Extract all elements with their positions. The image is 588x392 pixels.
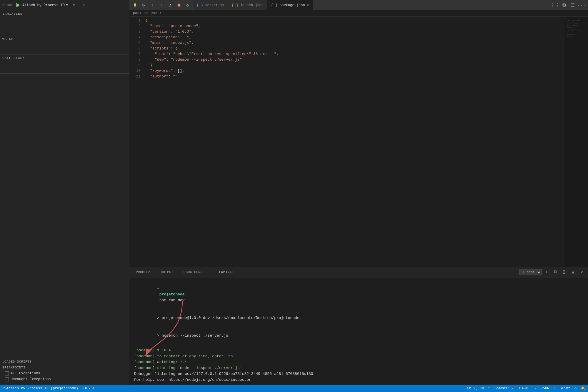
variables-header[interactable]: VARIABLES <box>0 10 129 17</box>
status-line-ending[interactable]: LF <box>532 386 537 391</box>
status-spaces[interactable]: Spaces: 2 <box>494 386 514 391</box>
settings-button[interactable]: ⚙ <box>70 1 78 9</box>
breadcrumb-separator: › <box>159 11 161 15</box>
branch-label: Attach by Process ID (projetonode) <box>6 386 78 391</box>
errors-count: 0 <box>92 386 94 391</box>
trash-button[interactable]: 🗑 <box>560 268 568 276</box>
uncaught-exceptions-item[interactable]: Uncaught Exceptions <box>2 376 127 382</box>
layout-icon[interactable]: ☰ <box>569 1 577 9</box>
terminal-nodemon-4: [nodemon] starting `node --inspect ./ser… <box>134 365 583 371</box>
terminal-line-1: → projetonode npm run dev <box>134 280 583 309</box>
pause-icon[interactable]: ⏸ <box>131 1 139 9</box>
line-numbers: 1 2 3 4 5 6 7 8 9 10 11 <box>129 16 144 267</box>
call-stack-header[interactable]: CALL STACK <box>0 54 129 62</box>
tab-debug-console[interactable]: DEBUG CONSOLE <box>177 267 213 277</box>
breadcrumb-path: … <box>163 11 165 15</box>
code-content[interactable]: { "name": "projetonode", "version": "1.0… <box>144 16 588 267</box>
watch-header[interactable]: WATCH <box>0 35 129 42</box>
all-exceptions-checkbox[interactable] <box>5 371 9 376</box>
terminal-content: → projetonode npm run dev > projetonode@… <box>129 277 588 385</box>
sidebar: VARIABLES WATCH CALL STACK LOADED SCRIPT… <box>0 10 129 385</box>
step-into-icon[interactable]: ↓ <box>148 1 156 9</box>
code-editor: 1 2 3 4 5 6 7 8 9 10 11 { "name": "proje… <box>129 16 588 267</box>
loaded-scripts-item[interactable]: LOADED SCRIPTS <box>2 359 127 365</box>
split-terminal-button[interactable]: ⧉ <box>552 268 559 276</box>
tab-problems[interactable]: PROBLEMS <box>132 267 157 277</box>
terminal-blank-2 <box>134 383 583 385</box>
split-editor-icon[interactable]: ⧉ <box>560 1 568 9</box>
status-right: Ln 9, Col 5 Spaces: 2 UTF-8 LF JSON ⚠ ES… <box>467 386 585 391</box>
tab-terminal[interactable]: TERMINAL <box>213 267 238 277</box>
error-icon: ✕ <box>88 386 90 391</box>
close-panel-button[interactable]: ✕ <box>578 268 586 276</box>
warning-icon: ⚠ <box>82 386 84 391</box>
play-button[interactable] <box>15 3 21 8</box>
status-encoding[interactable]: UTF-8 <box>518 386 528 391</box>
variables-section: VARIABLES <box>0 10 129 35</box>
terminal-nodemon-2: [nodemon] to restart at any time, enter … <box>134 353 583 359</box>
code-line: }, <box>144 62 588 68</box>
tab-launch-json[interactable]: { } launch.json <box>228 0 267 10</box>
status-branch[interactable]: ⑂ Attach by Process ID (projetonode) <box>3 386 78 391</box>
more-actions-icon[interactable]: ··· <box>577 1 586 9</box>
terminal-selector[interactable]: 1: node <box>519 269 542 275</box>
breakpoints-item[interactable]: BREAKPOINTS <box>2 365 127 371</box>
connect-icon[interactable]: ◇ <box>184 1 192 9</box>
bell-icon: 🔔 <box>581 386 585 391</box>
status-eslint[interactable]: ⚠ ESLint <box>553 386 570 391</box>
sidebar-spacer <box>0 74 129 356</box>
terminal-line-3: > nodemon --inspect ./server.js <box>134 327 583 345</box>
main-content: VARIABLES WATCH CALL STACK LOADED SCRIPT… <box>0 10 588 385</box>
terminal-debugger-2: For help, see: https://nodejs.org/en/doc… <box>134 377 583 383</box>
status-warnings[interactable]: ⚠ 0 ✕ 0 <box>82 386 94 391</box>
uncaught-exceptions-checkbox[interactable] <box>5 377 9 381</box>
editor-tabs: { } server.js { } launch.json { } packag… <box>193 0 549 10</box>
all-exceptions-item[interactable]: All Exceptions <box>2 371 127 376</box>
code-line: "description": "", <box>144 34 588 40</box>
tab-label: package.json <box>279 3 305 7</box>
watch-content <box>0 42 129 54</box>
code-line: "test": "echo \"Error: no test specified… <box>144 51 588 57</box>
status-notifications[interactable]: 🔔 <box>581 386 585 391</box>
file-icon: { } <box>231 3 238 7</box>
sidebar-bottom: LOADED SCRIPTS BREAKPOINTS All Exception… <box>0 356 129 385</box>
stop-icon[interactable]: ⏹ <box>175 1 183 9</box>
close-tab-icon[interactable]: ✕ <box>307 3 309 7</box>
panel-right: 1: node + ⧉ 🗑 ∧ ✕ <box>519 268 586 276</box>
status-smiley[interactable]: ☺ <box>574 386 577 391</box>
terminal-prompt: → <box>157 286 159 291</box>
top-bar: DEBUG Attach by Process ID ⚙ ⊟ ⏸ ↻ ↓ ↑ ↺… <box>0 0 588 10</box>
open-settings-button[interactable]: ⊟ <box>80 1 88 9</box>
smiley-icon: ☺ <box>574 386 577 391</box>
terminal-debugger-1: Debugger listening on ws://127.0.0.1:922… <box>134 371 583 377</box>
maximize-panel-button[interactable]: ∧ <box>569 268 577 276</box>
config-selector[interactable]: Attach by Process ID <box>22 3 68 7</box>
tab-label: launch.json <box>240 3 264 7</box>
code-line: "main": "index.js", <box>144 40 588 46</box>
status-position[interactable]: Ln 9, Col 5 <box>467 386 490 391</box>
restart-icon[interactable]: ↺ <box>166 1 174 9</box>
tab-output[interactable]: OUTPUT <box>157 267 178 277</box>
toolbar-right: ⋮⋮ ⧉ ☰ ··· <box>549 0 588 10</box>
code-line: "keywords": [], <box>144 68 588 74</box>
step-out-icon[interactable]: ↑ <box>157 1 165 9</box>
debug-toolbar: ⏸ ↻ ↓ ↑ ↺ ⏹ ◇ <box>129 0 193 10</box>
bottom-panel: PROBLEMS OUTPUT DEBUG CONSOLE TERMINAL 1… <box>129 267 588 385</box>
terminal-nodemon-1: [nodemon] 1.18.4 <box>134 348 583 353</box>
code-line: "name": "projetonode", <box>144 23 588 29</box>
terminal-blank <box>134 345 583 348</box>
add-terminal-button[interactable]: + <box>543 268 550 276</box>
chevron-down-icon <box>66 4 68 6</box>
terminal-project: projetonode <box>157 292 185 297</box>
tab-server-js[interactable]: { } server.js <box>193 0 228 10</box>
more-icon[interactable]: ⋮⋮ <box>551 1 559 9</box>
file-icon: { } <box>196 3 203 7</box>
status-language[interactable]: JSON <box>541 386 549 391</box>
call-stack-content <box>0 62 129 73</box>
tab-package-json[interactable]: { } package.json ✕ <box>267 0 313 10</box>
code-line: "scripts": { <box>144 46 588 51</box>
terminal-line-2: > projetonode@1.0.0 dev /Users/omariosou… <box>134 309 583 327</box>
step-over-icon[interactable]: ↻ <box>139 1 148 9</box>
debug-label: DEBUG <box>2 4 14 7</box>
git-icon: ⑂ <box>3 386 5 391</box>
